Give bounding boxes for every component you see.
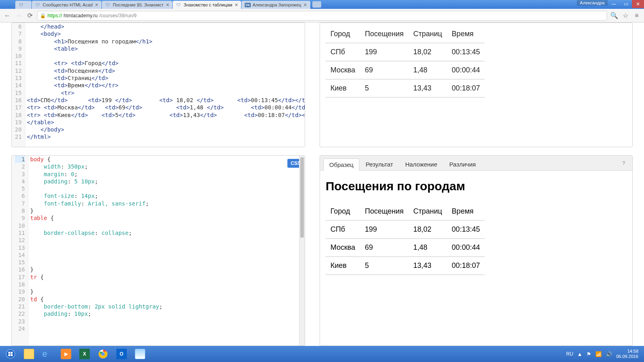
- result-preview: ГородПосещенияСтраницВремяСПб19918,0200:…: [320, 23, 633, 147]
- tab-title: Сообщество HTML Acad: [43, 2, 93, 7]
- svg-point-0: [6, 350, 15, 358]
- table-cell: 69: [360, 239, 408, 257]
- table-cell: 00:00:44: [447, 61, 485, 79]
- svg-rect-2: [11, 352, 13, 354]
- css-editor[interactable]: CSS 123456789101112131415161718192021222…: [11, 155, 305, 346]
- reload-button[interactable]: ⟳: [26, 12, 34, 20]
- browser-tab[interactable]: 🛡: [15, 1, 31, 9]
- browser-tab[interactable]: 🛡Знакомство с таблицам×: [173, 1, 241, 9]
- tab-close-icon[interactable]: ×: [95, 3, 98, 7]
- svg-point-8: [102, 353, 104, 355]
- window-titlebar: 🛡🛡Сообщество HTML Acad×🛡Последние §5. Зн…: [0, 0, 644, 9]
- svg-rect-3: [8, 354, 10, 356]
- window-close-button[interactable]: ✕: [632, 0, 644, 8]
- table-cell: 199: [360, 43, 408, 61]
- table-cell: 13,43: [409, 79, 447, 97]
- volume-icon[interactable]: 🔊: [606, 351, 612, 357]
- photos-icon[interactable]: [131, 347, 149, 361]
- table-row: Киев513,4300:18:07: [326, 79, 485, 97]
- tab-close-icon[interactable]: ×: [303, 3, 307, 7]
- css-editor-code[interactable]: body { width: 350px; margin: 0; padding:…: [29, 156, 299, 346]
- media-player-icon[interactable]: ▶: [57, 347, 75, 361]
- html-editor-gutter: 6789101112131415161718192021: [12, 23, 25, 147]
- window-maximize-button[interactable]: ▭: [620, 0, 632, 8]
- table-header-cell: Страниц: [409, 25, 447, 43]
- menu-icon[interactable]: ≡: [633, 12, 641, 20]
- tray-lang[interactable]: RU: [566, 351, 573, 357]
- preview-tab[interactable]: Наложение: [399, 158, 444, 170]
- browser-tab[interactable]: 🛡Сообщество HTML Acad×: [32, 1, 101, 9]
- html-editor-code[interactable]: </head> <body> <h1>Посещения по городам<…: [25, 23, 305, 147]
- table-cell: 1,48: [409, 239, 447, 257]
- table-row: СПб19918,0200:13:45: [326, 43, 485, 61]
- forward-button[interactable]: →: [14, 12, 23, 20]
- table-cell: 00:13:45: [447, 220, 485, 239]
- network-icon[interactable]: 📶: [595, 351, 602, 357]
- table-cell: 199: [360, 220, 408, 239]
- tab-title: Знакомство с таблицам: [184, 2, 232, 7]
- explorer-icon[interactable]: [20, 347, 38, 361]
- table-row: СПб19918,0200:13:45: [326, 220, 485, 239]
- url-host: htmlacademy.ru: [64, 13, 97, 19]
- result-table: ГородПосещенияСтраницВремяСПб19918,0200:…: [326, 25, 485, 98]
- tab-favicon: 🛡: [176, 2, 182, 8]
- preview-tab[interactable]: Результат: [359, 158, 399, 170]
- window-controls: — ▭ ✕: [608, 0, 644, 9]
- table-cell: Москва: [326, 239, 360, 257]
- table-header-cell: Страниц: [409, 203, 447, 220]
- sample-tabbar: ОбразецРезультатНаложениеРазличия?: [320, 156, 632, 171]
- outlook-icon[interactable]: O: [113, 347, 130, 361]
- table-header-cell: Время: [447, 203, 485, 220]
- table-cell: 00:18:07: [447, 79, 485, 97]
- table-cell: Киев: [326, 257, 360, 275]
- table-cell: 00:13:45: [447, 43, 485, 61]
- browser-tabstrip: 🛡🛡Сообщество HTML Acad×🛡Последние §5. Зн…: [0, 0, 311, 9]
- tab-favicon: 🛡: [35, 2, 41, 8]
- excel-icon[interactable]: X: [76, 347, 93, 361]
- table-cell: 18,02: [409, 43, 447, 61]
- tab-close-icon[interactable]: ×: [166, 3, 169, 7]
- tab-close-icon[interactable]: ×: [235, 3, 238, 7]
- preview-tab[interactable]: Образец: [323, 158, 359, 171]
- css-editor-scrollbar[interactable]: [299, 156, 305, 346]
- tab-favicon: VK: [245, 2, 250, 8]
- zoom-icon[interactable]: 🔍: [610, 12, 618, 20]
- window-minimize-button[interactable]: —: [608, 0, 620, 8]
- table-header-cell: Город: [326, 203, 360, 220]
- table-cell: СПб: [326, 220, 360, 239]
- new-tab-button[interactable]: [312, 1, 321, 8]
- chrome-profile-badge[interactable]: Александра: [577, 0, 608, 6]
- url-protocol: https://: [47, 13, 62, 19]
- back-button[interactable]: ←: [3, 12, 11, 20]
- svg-rect-1: [8, 352, 10, 354]
- table-cell: 00:18:07: [447, 257, 485, 275]
- url-path: /courses/39/run/9: [99, 13, 137, 19]
- bookmark-star-icon[interactable]: ☆: [621, 12, 630, 20]
- start-button[interactable]: [2, 347, 19, 361]
- preview-help-button[interactable]: ?: [618, 158, 629, 170]
- table-cell: СПб: [326, 43, 360, 61]
- table-cell: Москва: [326, 61, 360, 79]
- table-cell: 5: [360, 79, 408, 97]
- css-editor-gutter: 123456789101112131415161718192021222324: [12, 156, 29, 346]
- tab-favicon: 🛡: [19, 2, 24, 8]
- action-center-icon[interactable]: ⚑: [586, 351, 591, 357]
- browser-toolbar: ← → ⟳ 🔒 https://htmlacademy.ru/courses/3…: [0, 9, 644, 23]
- ie-icon[interactable]: e: [39, 347, 56, 361]
- table-header-cell: Посещения: [360, 203, 408, 220]
- browser-tab[interactable]: 🛡Последние §5. Знакомст×: [102, 1, 172, 9]
- chrome-icon[interactable]: [94, 347, 112, 361]
- table-header-cell: Посещения: [360, 25, 408, 43]
- table-header-cell: Город: [326, 25, 360, 43]
- table-row: Москва691,4800:00:44: [326, 239, 485, 257]
- html-editor[interactable]: 6789101112131415161718192021 </head> <bo…: [11, 23, 305, 147]
- table-row: Киев513,4300:18:07: [326, 257, 485, 275]
- browser-tab[interactable]: VKАлександра Запорожец×: [242, 1, 310, 9]
- table-cell: 1,48: [409, 61, 447, 79]
- address-bar[interactable]: 🔒 https://htmlacademy.ru/courses/39/run/…: [37, 11, 607, 21]
- table-row: Москва691,4800:00:44: [326, 61, 485, 79]
- lock-icon: 🔒: [40, 13, 46, 19]
- tray-clock[interactable]: 14:58 06.09.2016: [616, 349, 638, 359]
- preview-tab[interactable]: Различия: [443, 158, 482, 170]
- show-hidden-icons[interactable]: ▲: [577, 351, 582, 357]
